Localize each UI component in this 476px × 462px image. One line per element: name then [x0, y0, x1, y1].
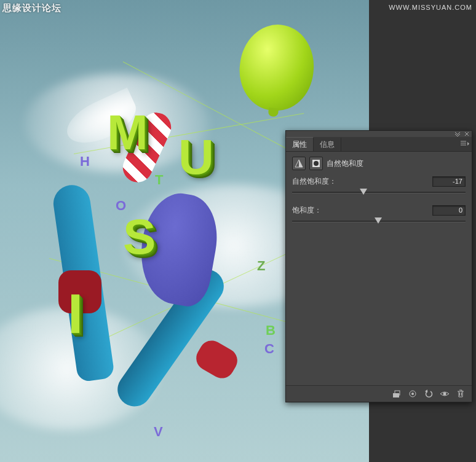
adjustment-title: 自然饱和度 [327, 159, 363, 169]
slider-track-vibrance[interactable] [292, 188, 466, 197]
slider-track-saturation[interactable] [292, 217, 466, 225]
small-letter-t: T [155, 172, 163, 188]
tab-info[interactable]: 信息 [314, 138, 341, 151]
visibility-icon[interactable] [437, 388, 452, 400]
clip-to-layer-icon[interactable] [389, 388, 404, 400]
collapse-icon[interactable] [454, 131, 461, 136]
letter-m: M [107, 104, 148, 161]
view-previous-state-icon[interactable] [405, 388, 420, 400]
panel-body: 自然饱和度 自然饱和度： -17 饱和度： 0 [286, 152, 472, 385]
watermark-left: 思缘设计论坛 [2, 2, 61, 14]
reset-icon[interactable] [421, 388, 436, 400]
small-letter-z: Z [257, 258, 265, 274]
slider-saturation: 饱和度： 0 [292, 205, 466, 225]
slider-value-vibrance[interactable]: -17 [432, 176, 466, 187]
mask-icon[interactable] [309, 157, 323, 170]
close-icon[interactable] [464, 131, 469, 136]
dancer-sock [192, 336, 242, 383]
slider-label-vibrance: 自然饱和度： [292, 176, 336, 187]
small-letter-v: V [154, 424, 163, 440]
small-letter-o: O [116, 198, 126, 214]
svg-point-5 [411, 393, 414, 395]
slider-vibrance: 自然饱和度： -17 [292, 176, 466, 197]
slider-thumb-saturation[interactable] [375, 217, 382, 224]
panel-menu-icon[interactable] [461, 140, 469, 149]
small-letter-h: H [80, 154, 90, 170]
small-letter-b: B [266, 323, 276, 339]
letter-s: S [123, 209, 156, 265]
watermark-right: WWW.MISSYUAN.COM [389, 4, 472, 11]
slider-value-saturation[interactable]: 0 [432, 205, 466, 216]
small-letter-c: C [264, 341, 274, 357]
tab-properties[interactable]: 属性 [286, 137, 314, 151]
slider-label-saturation: 饱和度： [292, 205, 322, 216]
letter-u: U [178, 129, 214, 186]
panel-drag-handle[interactable] [286, 131, 472, 138]
slider-thumb-vibrance[interactable] [360, 189, 367, 195]
letter-i: I [68, 283, 83, 346]
panel-footer [286, 385, 472, 402]
adjustment-header: 自然饱和度 [292, 157, 466, 170]
balloon-shape [236, 21, 318, 114]
delete-icon[interactable] [453, 388, 468, 400]
svg-point-6 [443, 393, 446, 396]
panel-tab-bar: 属性 信息 [286, 138, 472, 152]
properties-panel: 属性 信息 自然饱和度 自然饱和度： -17 [285, 130, 472, 402]
svg-point-1 [314, 161, 319, 166]
adjustment-type-icon[interactable] [292, 157, 306, 170]
